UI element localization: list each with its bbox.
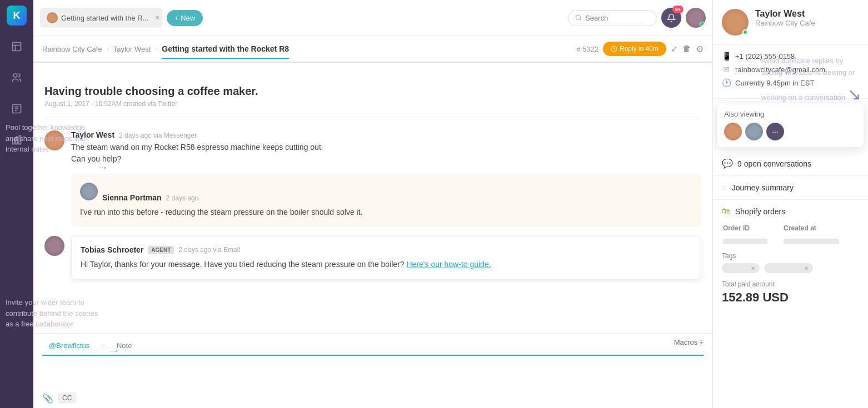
compose-input[interactable] — [42, 360, 704, 388]
taylor-message-body: The steam wand on my Rocket R58 espresso… — [71, 142, 701, 165]
compose-tab-sep: ÷ — [98, 338, 108, 355]
topbar: Getting started with the R... ✕ + New 9+ — [33, 0, 712, 36]
contact-email: rainbowcitycafe@gmail.com — [735, 66, 825, 74]
message-row-taylor: Taylor West 2 days ago via Messenger The… — [44, 130, 701, 165]
shopify-table: Order ID Created at — [722, 223, 859, 245]
sienna-reply: Sienna Portman 2 days ago I've run into … — [71, 174, 701, 227]
viewer-avatar-2[interactable] — [745, 123, 763, 140]
viewing-avatars: ··· — [724, 123, 857, 140]
tobias-author-name: Tobias Schroeter — [81, 245, 143, 254]
right-panel: Taylor West Rainbow City Cafe 📱 +1 (202)… — [712, 0, 868, 408]
tag-1-close[interactable]: ✕ — [751, 265, 755, 271]
sidebar-item-inbox[interactable] — [7, 37, 27, 57]
tab-label: Getting started with the R... — [61, 14, 149, 22]
annotation-arrow-1: → — [97, 161, 108, 174]
tag-1: ✕ — [722, 263, 760, 273]
compose-toolbar: 📎 CC — [42, 388, 704, 404]
open-conversations-row[interactable]: 💬 9 open conversations — [713, 152, 868, 176]
compose-tab-twitter[interactable]: @Brewfictus — [42, 338, 96, 356]
created-at-cell — [784, 236, 858, 244]
sienna-author-name: Sienna Portman — [102, 193, 162, 202]
message-row-tobias: Tobias Schroeter AGENT 2 days ago via Em… — [44, 236, 701, 280]
search-input[interactable] — [585, 14, 650, 22]
settings-icon[interactable]: ⚙ — [696, 44, 704, 54]
notification-bell[interactable]: 9+ — [661, 8, 681, 28]
sienna-reply-block: Sienna Portman 2 days ago I've run into … — [71, 174, 701, 227]
how-to-guide-link[interactable]: Here's our how-to guide. — [407, 260, 491, 269]
contact-phone: +1 (202) 555-0158 — [735, 52, 795, 61]
reply-button[interactable]: Reply in 40m — [603, 42, 666, 56]
sidebar: K Pool together knowledge and share next… — [0, 0, 33, 408]
logo-icon[interactable]: K — [7, 6, 27, 26]
total-label: Total paid amount — [722, 280, 859, 288]
sidebar-item-contacts[interactable] — [7, 68, 27, 88]
conversation-id: # 5322 — [576, 45, 598, 53]
contact-info-block: Taylor West Rainbow City Cafe — [755, 9, 815, 27]
created-at-placeholder — [784, 239, 839, 244]
shopify-icon: 🛍 — [722, 206, 731, 216]
tab-avatar — [47, 12, 58, 23]
clock-icon — [611, 46, 617, 52]
user-avatar-top[interactable] — [686, 8, 706, 28]
breadcrumb-contact[interactable]: Taylor West — [113, 45, 151, 53]
sienna-avatar — [80, 183, 98, 200]
clock-icon: 🕐 — [722, 78, 731, 87]
tobias-avatar — [44, 236, 64, 256]
taylor-author-name: Taylor West — [71, 130, 114, 139]
journey-summary-row[interactable]: ○ Journey summary — [713, 176, 868, 200]
journey-icon: ○ — [722, 183, 727, 193]
delete-icon[interactable]: 🗑 — [682, 44, 691, 54]
taylor-message-meta: 2 days ago via Messenger — [119, 132, 197, 139]
shopify-title: Shopify orders — [735, 207, 785, 216]
conversation-tab[interactable]: Getting started with the R... ✕ — [40, 8, 162, 28]
sienna-meta: 2 days ago — [166, 194, 199, 202]
tobias-agent-message: Tobias Schroeter AGENT 2 days ago via Em… — [71, 236, 701, 280]
tags-label: Tags — [722, 252, 859, 260]
contact-avatar — [722, 9, 749, 36]
online-indicator — [742, 29, 748, 35]
search-box[interactable] — [568, 10, 657, 26]
conversation-actions: ✓ 🗑 ⚙ — [671, 44, 704, 54]
viewer-avatar-more[interactable]: ··· — [766, 123, 784, 140]
also-viewing-title: Also viewing — [724, 110, 857, 118]
sidebar-item-reports[interactable] — [7, 99, 27, 119]
journey-summary-label: Journey summary — [732, 183, 794, 192]
total-section: Total paid amount 152.89 USD — [722, 280, 859, 305]
viewer-avatar-1[interactable] — [724, 123, 742, 140]
tobias-message-header: Tobias Schroeter AGENT 2 days ago via Em… — [81, 245, 692, 254]
tobias-message-meta: 2 days ago via Email — [178, 246, 240, 254]
notification-count: 9+ — [672, 6, 684, 13]
conversations-icon: 💬 — [722, 158, 733, 169]
phone-icon: 📱 — [722, 52, 731, 61]
breadcrumb-separator: › — [107, 45, 109, 53]
tab-close-icon[interactable]: ✕ — [154, 14, 160, 22]
total-amount: 152.89 USD — [722, 290, 859, 305]
also-viewing-section: Also viewing ··· — [713, 99, 868, 152]
sidebar-item-analytics[interactable] — [7, 130, 27, 150]
svg-rect-0 — [13, 43, 21, 51]
svg-point-1 — [13, 74, 17, 78]
tag-2-close[interactable]: ✕ — [804, 265, 809, 271]
created-at-header: Created at — [784, 224, 858, 235]
message-area: Having trouble choosing a coffee maker. … — [33, 63, 712, 333]
svg-point-6 — [576, 15, 581, 19]
initial-message-title: Having trouble choosing a coffee maker. — [44, 85, 701, 98]
order-id-placeholder — [723, 239, 767, 244]
also-viewing-popup: Also viewing ··· — [717, 103, 864, 147]
compose-area: @Brewfictus ÷ Note Macros ÷ 📎 CC — [33, 333, 712, 408]
tobias-message-body: Hi Taylor, thanks for your message. Have… — [81, 259, 692, 270]
breadcrumb-company[interactable]: Rainbow City Cafe — [42, 45, 102, 53]
shopify-header: 🛍 Shopify orders — [722, 206, 859, 216]
attachment-icon[interactable]: 📎 — [42, 393, 53, 404]
contact-name: Taylor West — [755, 9, 815, 19]
svg-rect-5 — [19, 136, 21, 144]
svg-rect-4 — [16, 137, 17, 144]
compose-tabs: @Brewfictus ÷ Note Macros ÷ — [42, 338, 704, 356]
search-icon — [575, 14, 582, 22]
new-conversation-button[interactable]: + New — [167, 10, 203, 26]
macros-button[interactable]: Macros ÷ — [674, 338, 704, 355]
conversation-title: Getting started with the Rocket R8 — [162, 44, 289, 59]
cc-button[interactable]: CC — [58, 392, 76, 404]
contact-time: Currently 9.45pm in EST — [735, 79, 814, 87]
check-icon[interactable]: ✓ — [671, 44, 678, 54]
